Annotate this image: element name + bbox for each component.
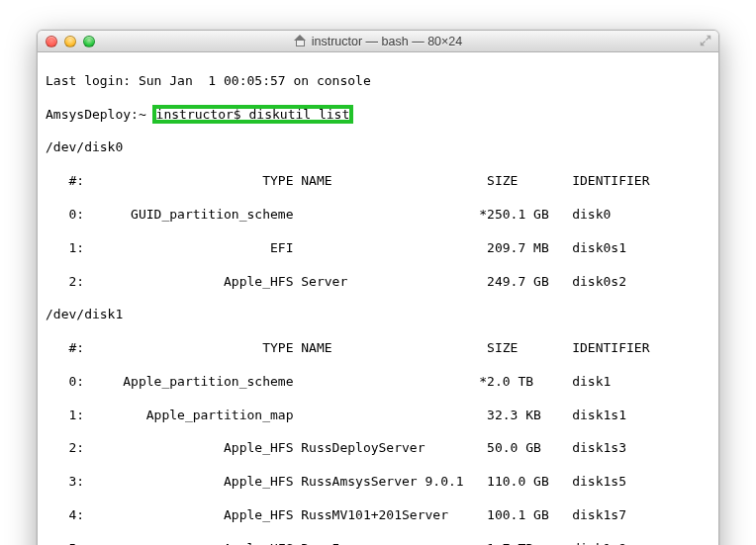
minimize-button[interactable]: [64, 36, 76, 47]
disk0-header: /dev/disk0: [46, 139, 710, 156]
table-row: 2: Apple_HFS RussDeployServer 50.0 GB di…: [46, 440, 710, 457]
table-row: 2: Apple_HFS Server 249.7 GB disk0s2: [46, 274, 710, 291]
prompt-line-1: AmsysDeploy:~ instructor$ diskutil list: [46, 107, 710, 124]
close-button[interactable]: [46, 36, 57, 47]
disk1-header: /dev/disk1: [46, 307, 710, 323]
fullscreen-button[interactable]: [699, 34, 712, 47]
titlebar[interactable]: instructor — bash — 80×24: [38, 31, 718, 52]
table-row: 4: Apple_HFS RussMV101+201Server 100.1 G…: [46, 507, 710, 524]
table-row: 0: GUID_partition_scheme *250.1 GB disk0: [46, 207, 710, 224]
column-header: #: TYPE NAME SIZE IDENTIFIER: [46, 173, 710, 190]
terminal-window: instructor — bash — 80×24 Last login: Su…: [37, 30, 719, 545]
column-header: #: TYPE NAME SIZE IDENTIFIER: [46, 340, 710, 357]
zoom-button[interactable]: [83, 36, 95, 47]
title-text: instructor — bash — 80×24: [312, 35, 463, 48]
prompt-host: AmsysDeploy:~: [46, 107, 154, 122]
table-row: 0: Apple_partition_scheme *2.0 TB disk1: [46, 374, 710, 391]
home-folder-icon: [294, 36, 307, 46]
table-row: 5: Apple_HFS RussImages 1.7 TB disk1s8: [46, 541, 710, 545]
terminal-content[interactable]: Last login: Sun Jan 1 00:05:57 on consol…: [38, 52, 718, 545]
table-row: 3: Apple_HFS RussAmsysServer 9.0.1 110.0…: [46, 474, 710, 491]
login-line: Last login: Sun Jan 1 00:05:57 on consol…: [46, 73, 710, 90]
window-title: instructor — bash — 80×24: [38, 35, 718, 48]
table-row: 1: Apple_partition_map 32.3 KB disk1s1: [46, 408, 710, 424]
highlight-command-1: instructor$ diskutil list: [154, 107, 352, 122]
table-row: 1: EFI 209.7 MB disk0s1: [46, 240, 710, 257]
traffic-lights: [46, 36, 95, 47]
